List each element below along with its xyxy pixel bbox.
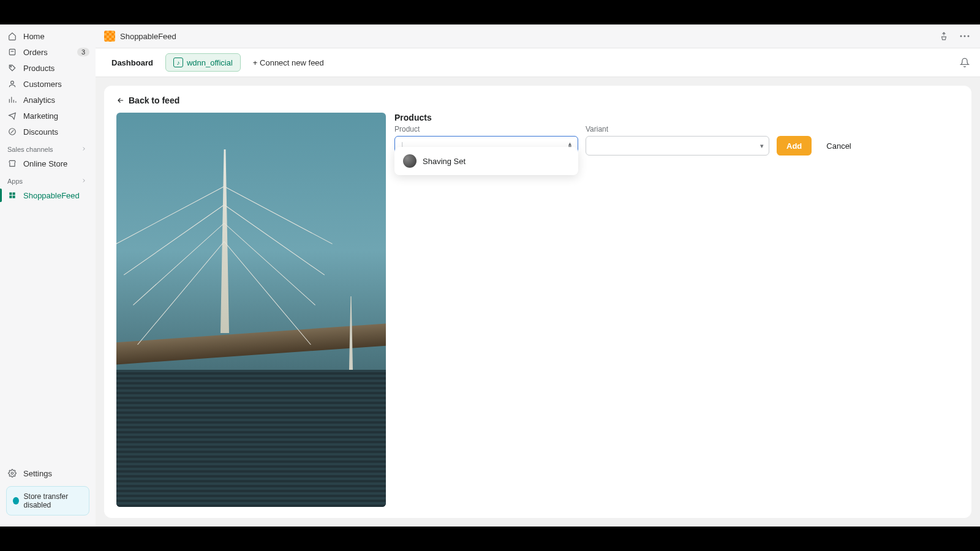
- customers-icon: [7, 79, 17, 89]
- svg-point-11: [968, 36, 970, 37]
- arrow-left-icon: [116, 96, 125, 105]
- nav-label: Orders: [23, 48, 48, 57]
- nav-label: Settings: [23, 469, 52, 478]
- product-form: Products Product | ▲▼: [394, 113, 959, 507]
- nav-label: Products: [23, 64, 55, 73]
- tab-dashboard[interactable]: Dashboard: [104, 54, 160, 71]
- orders-icon: [7, 47, 17, 57]
- svg-rect-7: [13, 196, 15, 198]
- analytics-icon: [7, 95, 17, 105]
- app-logo-icon: [104, 31, 115, 42]
- tiktok-icon: ♪: [173, 58, 183, 67]
- variant-select[interactable]: ▾: [586, 136, 769, 156]
- notifications-button[interactable]: [958, 56, 971, 69]
- nav-discounts[interactable]: Discounts: [0, 124, 96, 140]
- variant-label: Variant: [586, 125, 769, 133]
- product-label: Product: [394, 125, 578, 133]
- sales-channels-header[interactable]: Sales channels: [0, 140, 96, 156]
- button-label: Cancel: [826, 141, 851, 151]
- nav-orders[interactable]: Orders 3: [0, 44, 96, 60]
- nav-marketing[interactable]: Marketing: [0, 108, 96, 124]
- more-button[interactable]: [958, 29, 971, 43]
- product-dropdown: Shaving Set: [394, 147, 578, 175]
- nav-online-store[interactable]: Online Store: [0, 156, 96, 171]
- notice-text: Store transfer disabled: [24, 492, 83, 509]
- section-label: Apps: [7, 178, 23, 185]
- app-title: ShoppableFeed: [120, 32, 176, 41]
- back-label: Back to feed: [129, 96, 179, 105]
- tab-label: + Connect new feed: [253, 58, 324, 67]
- cancel-button[interactable]: Cancel: [819, 136, 858, 156]
- add-button[interactable]: Add: [777, 136, 812, 156]
- product-thumb: [403, 154, 417, 168]
- tabs-row: Dashboard ♪ wdnn_official + Connect new …: [96, 48, 980, 77]
- nav-label: ShoppableFeed: [23, 191, 80, 200]
- svg-rect-4: [9, 192, 12, 195]
- svg-rect-0: [9, 49, 15, 54]
- nav-label: Marketing: [23, 111, 58, 121]
- app-header: ShoppableFeed: [96, 24, 980, 48]
- nav-label: Home: [23, 32, 45, 41]
- products-icon: [7, 63, 17, 73]
- home-icon: [7, 31, 17, 41]
- app-icon: [7, 190, 17, 200]
- tab-label: wdnn_official: [187, 58, 233, 67]
- nav-products[interactable]: Products: [0, 60, 96, 76]
- nav-label: Discounts: [23, 127, 58, 137]
- nav-customers[interactable]: Customers: [0, 76, 96, 92]
- media-preview: [116, 113, 386, 507]
- gear-icon: [7, 468, 17, 478]
- nav-label: Customers: [23, 80, 62, 89]
- chevron-right-icon: [81, 178, 88, 185]
- section-label: Sales channels: [7, 146, 53, 153]
- dropdown-item-shaving-set[interactable]: Shaving Set: [398, 151, 575, 171]
- info-icon: [13, 497, 19, 504]
- marketing-icon: [7, 111, 17, 121]
- svg-rect-6: [9, 196, 12, 198]
- main: ShoppableFeed Dashboard ♪ wdnn_official …: [96, 24, 980, 527]
- chevron-down-icon: ▾: [760, 142, 764, 150]
- tab-feed[interactable]: ♪ wdnn_official: [165, 53, 241, 72]
- discounts-icon: [7, 127, 17, 137]
- svg-point-8: [11, 472, 13, 474]
- sidebar: Home Orders 3 Products Customers Analyti…: [0, 24, 96, 527]
- editor-card: Back to feed: [104, 86, 971, 518]
- dropdown-item-label: Shaving Set: [423, 157, 466, 166]
- svg-point-1: [10, 66, 12, 67]
- nav-analytics[interactable]: Analytics: [0, 92, 96, 108]
- pin-button[interactable]: [937, 29, 951, 43]
- store-icon: [7, 159, 17, 168]
- tab-connect-new[interactable]: + Connect new feed: [246, 54, 331, 71]
- nav-settings[interactable]: Settings: [0, 465, 96, 481]
- orders-badge: 3: [77, 48, 89, 56]
- svg-rect-5: [13, 192, 15, 195]
- back-to-feed-link[interactable]: Back to feed: [116, 96, 179, 105]
- svg-point-2: [11, 81, 14, 84]
- store-transfer-notice: Store transfer disabled: [6, 486, 89, 515]
- content: Back to feed: [96, 77, 980, 527]
- products-title: Products: [394, 113, 959, 122]
- apps-header[interactable]: Apps: [0, 171, 96, 187]
- nav-home[interactable]: Home: [0, 28, 96, 44]
- svg-point-9: [960, 36, 962, 37]
- svg-point-10: [964, 36, 966, 37]
- chevron-right-icon: [81, 146, 88, 153]
- nav-shoppablefeed[interactable]: ShoppableFeed: [0, 187, 96, 203]
- nav-label: Online Store: [23, 159, 67, 168]
- nav-label: Analytics: [23, 96, 55, 105]
- button-label: Add: [786, 141, 802, 151]
- tab-label: Dashboard: [111, 58, 153, 67]
